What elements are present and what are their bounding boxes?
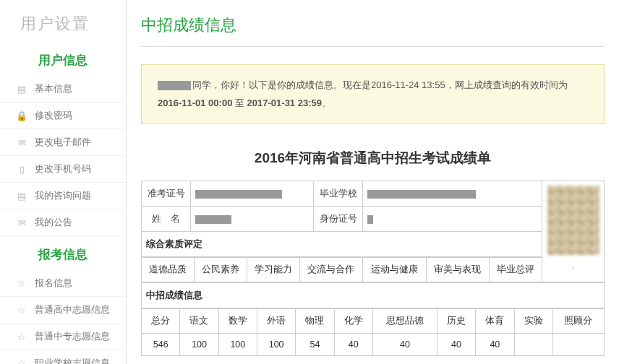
info-table: 准考证号 毕业学校 姓 名 身份证号 综合素质评定	[141, 181, 542, 257]
field-idcard-label: 身份证号	[314, 207, 363, 232]
redacted-name	[158, 81, 191, 90]
field-school-label: 毕业学校	[314, 181, 363, 207]
field-school-value	[363, 181, 542, 207]
sidebar-item-highschool-pref[interactable]: ☆ 普通高中志愿信息	[0, 297, 126, 324]
sidebar-item-change-email[interactable]: ✉ 更改电子邮件	[0, 129, 126, 156]
table-row: 准考证号 毕业学校	[142, 181, 542, 207]
notice-now: 2016-11-24 13:55	[371, 79, 445, 90]
score-val: 100	[180, 334, 218, 356]
sidebar-item-change-password[interactable]: 🔒 修改密码	[0, 103, 126, 129]
sidebar-item-basic-info[interactable]: ▤ 基本信息	[0, 76, 126, 103]
field-name-value	[191, 207, 314, 232]
quality-table: 道德品质 公民素养 学习能力 交流与合作 运动与健康 审美与表现 毕业总评	[141, 257, 542, 282]
table-row: 总分 语文 数学 外语 物理 化学 思想品德 历史 体育 实验 照顾分	[142, 309, 605, 334]
sidebar-item-label: 更改手机号码	[35, 162, 91, 176]
field-idcard-value	[363, 207, 542, 232]
sidebar-item-secondary-pref[interactable]: ☆ 普通中专志愿信息	[0, 324, 126, 350]
score-head: 物理	[296, 309, 334, 334]
score-val: 546	[142, 334, 180, 356]
score-head: 数学	[218, 309, 257, 334]
score-head: 总分	[142, 309, 180, 334]
quality-head-cell: 交流与合作	[299, 258, 362, 282]
quality-head-cell: 学习能力	[247, 258, 299, 282]
page-title: 中招成绩信息	[141, 0, 605, 47]
report-title: 2016年河南省普通高中招生考试成绩单	[141, 139, 605, 181]
field-name-label: 姓 名	[142, 207, 191, 232]
redacted-bar	[195, 215, 231, 224]
redacted-bar	[195, 190, 282, 199]
score-val: 40	[334, 334, 372, 356]
sidebar-section-apply: 报考信息	[0, 236, 126, 270]
sidebar-section-user: 用户信息	[0, 42, 126, 76]
score-head: 语文	[180, 309, 218, 334]
notice-box: 同学，你好！以下是你的成绩信息。现在是2016-11-24 13:55，网上成绩…	[141, 64, 605, 124]
table-row: 道德品质 公民素养 学习能力 交流与合作 运动与健康 审美与表现 毕业总评	[142, 258, 542, 282]
photo-caption: ·	[542, 259, 604, 274]
sidebar-item-change-phone[interactable]: ▯ 更改手机号码	[0, 156, 126, 183]
doc-icon: ▤	[16, 83, 27, 95]
notice-text: 同学，你好！以下是你的成绩信息。现在是	[192, 79, 371, 90]
quality-section-title: 综合素质评定	[142, 232, 542, 257]
score-val: 40	[476, 334, 514, 356]
score-val: 54	[296, 334, 334, 356]
quality-head-cell: 审美与表现	[426, 258, 489, 282]
score-head: 体育	[476, 309, 514, 334]
score-section-title: 中招成绩信息	[142, 283, 605, 308]
sidebar-item-label: 基本信息	[35, 82, 72, 95]
score-val	[552, 334, 604, 356]
field-exam-no-value	[191, 181, 314, 207]
lock-icon: 🔒	[16, 110, 27, 121]
sidebar-item-label: 修改密码	[35, 109, 72, 122]
score-val: 40	[437, 334, 475, 356]
sidebar-item-vocational-pref[interactable]: ☆ 职业学校志愿信息	[0, 350, 126, 364]
score-table: 总分 语文 数学 外语 物理 化学 思想品德 历史 体育 实验 照顾分 546 …	[141, 308, 605, 356]
score-val	[514, 334, 552, 356]
score-head: 照顾分	[552, 309, 604, 334]
sidebar-item-my-questions[interactable]: ▤ 我的咨询问题	[0, 183, 126, 209]
note-icon: ▤	[16, 190, 27, 202]
report-wrap: 准考证号 毕业学校 姓 名 身份证号 综合素质评定	[141, 181, 605, 282]
quality-head-cell: 运动与健康	[363, 258, 426, 282]
main-content: 中招成绩信息 同学，你好！以下是你的成绩信息。现在是2016-11-24 13:…	[127, 0, 619, 364]
score-head: 历史	[437, 309, 475, 334]
phone-icon: ▯	[16, 163, 27, 175]
score-head: 实验	[514, 309, 552, 334]
sidebar-item-label: 报名信息	[35, 277, 72, 290]
score-head: 化学	[334, 309, 372, 334]
mail-icon: ✉	[16, 136, 27, 148]
sidebar-item-label: 职业学校志愿信息	[35, 357, 110, 364]
sidebar-item-label: 我的公告	[35, 216, 72, 229]
score-val: 100	[257, 334, 295, 356]
table-row: 姓 名 身份证号	[142, 207, 542, 232]
notice-text: ，网上成绩查询的有效时间为	[445, 79, 568, 90]
sidebar-title: 用户设置	[0, 0, 126, 42]
quality-head-cell: 毕业总评	[490, 258, 542, 282]
sidebar-item-label: 我的咨询问题	[35, 189, 91, 202]
sidebar-item-my-notices[interactable]: ✉ 我的公告	[0, 209, 126, 236]
table-row: 546 100 100 100 54 40 40 40 40	[142, 334, 605, 356]
sidebar-item-label: 普通高中志愿信息	[35, 303, 110, 316]
redacted-bar	[367, 190, 476, 199]
score-section-table: 中招成绩信息	[141, 282, 605, 308]
star-icon: ☆	[16, 277, 27, 289]
sidebar: 用户设置 用户信息 ▤ 基本信息 🔒 修改密码 ✉ 更改电子邮件 ▯ 更改手机号…	[0, 0, 127, 364]
sidebar-item-label: 更改电子邮件	[35, 136, 91, 149]
score-head: 思想品德	[372, 309, 437, 334]
notice-start: 2016-11-01 00:00	[158, 98, 232, 108]
score-head: 外语	[257, 309, 295, 334]
sidebar-item-apply-info[interactable]: ☆ 报名信息	[0, 270, 126, 297]
photo-cell: ·	[542, 181, 605, 282]
notice-end: 2017-01-31 23:59	[247, 98, 322, 108]
field-exam-no-label: 准考证号	[142, 181, 191, 207]
star-icon: ☆	[16, 304, 27, 316]
score-section-row: 中招成绩信息	[142, 283, 605, 308]
quality-head-cell: 公民素养	[194, 258, 247, 282]
redacted-bar	[367, 215, 373, 224]
quality-section-row: 综合素质评定	[142, 232, 542, 257]
star-icon: ☆	[16, 358, 27, 364]
mail-icon: ✉	[16, 217, 27, 228]
score-val: 100	[218, 334, 257, 356]
score-val: 40	[372, 334, 437, 356]
notice-text: 。	[322, 98, 331, 108]
sidebar-item-label: 普通中专志愿信息	[35, 330, 110, 343]
